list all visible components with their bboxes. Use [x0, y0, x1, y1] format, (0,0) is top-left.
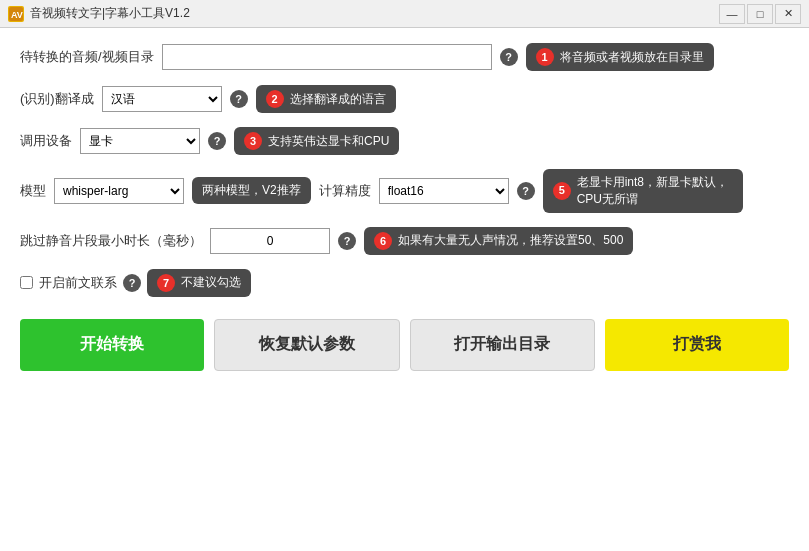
row-language: (识别)翻译成 汉语 英语 日语 韩语 ? 2 选择翻译成的语言 [20, 85, 789, 113]
device-label: 调用设备 [20, 132, 72, 150]
language-select[interactable]: 汉语 英语 日语 韩语 [102, 86, 222, 112]
device-tooltip: 3 支持英伟达显卡和CPU [234, 127, 399, 155]
precision-tooltip: 5 老显卡用int8，新显卡默认，CPU无所谓 [543, 169, 743, 213]
row-silence: 跳过静音片段最小时长（毫秒） ? 6 如果有大量无人声情况，推荐设置50、500 [20, 227, 789, 255]
silence-tooltip: 6 如果有大量无人声情况，推荐设置50、500 [364, 227, 633, 255]
silence-help-icon[interactable]: ? [338, 232, 356, 250]
svg-text:AV: AV [11, 10, 23, 20]
badge-2: 2 [266, 90, 284, 108]
badge-7: 7 [157, 274, 175, 292]
model-type-tooltip: 两种模型，V2推荐 [192, 177, 311, 204]
row-directory: 待转换的音频/视频目录 ? 1 将音频或者视频放在目录里 [20, 43, 789, 71]
language-help-icon[interactable]: ? [230, 90, 248, 108]
device-help-icon[interactable]: ? [208, 132, 226, 150]
badge-1: 1 [536, 48, 554, 66]
language-label: (识别)翻译成 [20, 90, 94, 108]
main-content: 待转换的音频/视频目录 ? 1 将音频或者视频放在目录里 (识别)翻译成 汉语 … [0, 28, 809, 551]
app-title: 音视频转文字|字幕小工具V1.2 [30, 5, 190, 22]
directory-label: 待转换的音频/视频目录 [20, 48, 154, 66]
directory-input[interactable] [162, 44, 492, 70]
minimize-button[interactable]: — [719, 4, 745, 24]
silence-input[interactable] [210, 228, 330, 254]
row-context: 开启前文联系 ? 7 不建议勾选 [20, 269, 789, 297]
device-select[interactable]: 显卡 CPU [80, 128, 200, 154]
directory-help-icon[interactable]: ? [500, 48, 518, 66]
reward-button[interactable]: 打赏我 [605, 319, 789, 371]
close-button[interactable]: ✕ [775, 4, 801, 24]
silence-label: 跳过静音片段最小时长（毫秒） [20, 232, 202, 250]
precision-select[interactable]: float16 int8 float32 [379, 178, 509, 204]
row-device: 调用设备 显卡 CPU ? 3 支持英伟达显卡和CPU [20, 127, 789, 155]
title-bar-controls: — □ ✕ [719, 4, 801, 24]
maximize-button[interactable]: □ [747, 4, 773, 24]
badge-5: 5 [553, 182, 571, 200]
directory-tooltip: 1 将音频或者视频放在目录里 [526, 43, 714, 71]
title-bar: AV 音视频转文字|字幕小工具V1.2 — □ ✕ [0, 0, 809, 28]
open-output-button[interactable]: 打开输出目录 [410, 319, 596, 371]
app-icon: AV [8, 6, 24, 22]
row-model: 模型 whisper-larg whisper-v2 两种模型，V2推荐 计算精… [20, 169, 789, 213]
context-checkbox[interactable] [20, 276, 33, 289]
context-label: 开启前文联系 [39, 274, 117, 292]
reset-button[interactable]: 恢复默认参数 [214, 319, 400, 371]
language-tooltip: 2 选择翻译成的语言 [256, 85, 396, 113]
model-select[interactable]: whisper-larg whisper-v2 [54, 178, 184, 204]
bottom-buttons: 开始转换 恢复默认参数 打开输出目录 打赏我 [20, 319, 789, 371]
title-bar-left: AV 音视频转文字|字幕小工具V1.2 [8, 5, 190, 22]
precision-help-icon[interactable]: ? [517, 182, 535, 200]
context-help-icon[interactable]: ? [123, 274, 141, 292]
precision-label: 计算精度 [319, 182, 371, 200]
badge-6: 6 [374, 232, 392, 250]
badge-3: 3 [244, 132, 262, 150]
start-button[interactable]: 开始转换 [20, 319, 204, 371]
model-label: 模型 [20, 182, 46, 200]
context-tooltip: 7 不建议勾选 [147, 269, 251, 297]
